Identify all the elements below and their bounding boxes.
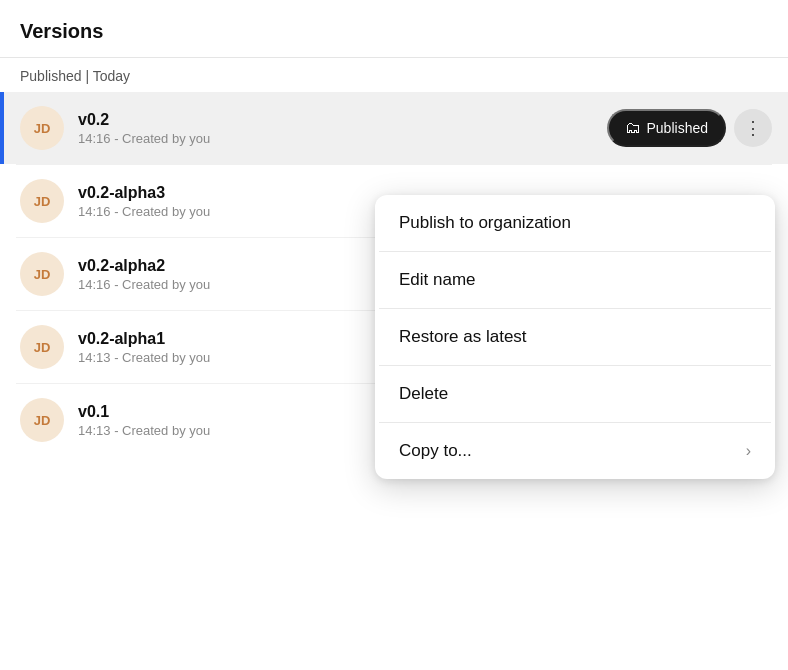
avatar-v01: JD [20,398,64,442]
published-label-v02: Published [647,120,709,136]
version-name-v02: v0.2 [78,111,607,129]
panel-title: Versions [20,20,768,43]
menu-item-delete[interactable]: Delete [375,366,775,422]
avatar-v02: JD [20,106,64,150]
menu-item-copy-to[interactable]: Copy to... › [375,423,775,479]
more-options-button-v02[interactable]: ⋮ [734,109,772,147]
menu-label-publish-org: Publish to organization [399,213,571,233]
version-item-v02[interactable]: JD v0.2 14:16 - Created by you 🗂 Publish… [0,92,788,164]
chevron-right-icon: › [746,442,751,460]
version-info-v02: v0.2 14:16 - Created by you [78,111,607,146]
panel-header: Versions [0,0,788,58]
menu-label-copy-to: Copy to... [399,441,472,461]
section-label: Published | Today [0,58,788,92]
avatar-v02a2: JD [20,252,64,296]
menu-label-restore: Restore as latest [399,327,527,347]
menu-item-restore[interactable]: Restore as latest [375,309,775,365]
avatar-v02a3: JD [20,179,64,223]
folder-icon: 🗂 [625,119,641,137]
menu-label-delete: Delete [399,384,448,404]
published-badge-v02[interactable]: 🗂 Published [607,109,727,147]
menu-label-edit-name: Edit name [399,270,476,290]
menu-item-edit-name[interactable]: Edit name [375,252,775,308]
avatar-v02a1: JD [20,325,64,369]
version-meta-v02: 14:16 - Created by you [78,131,607,146]
more-dots-icon: ⋮ [744,117,762,139]
context-menu: Publish to organization Edit name Restor… [375,195,775,479]
menu-item-publish-org[interactable]: Publish to organization [375,195,775,251]
